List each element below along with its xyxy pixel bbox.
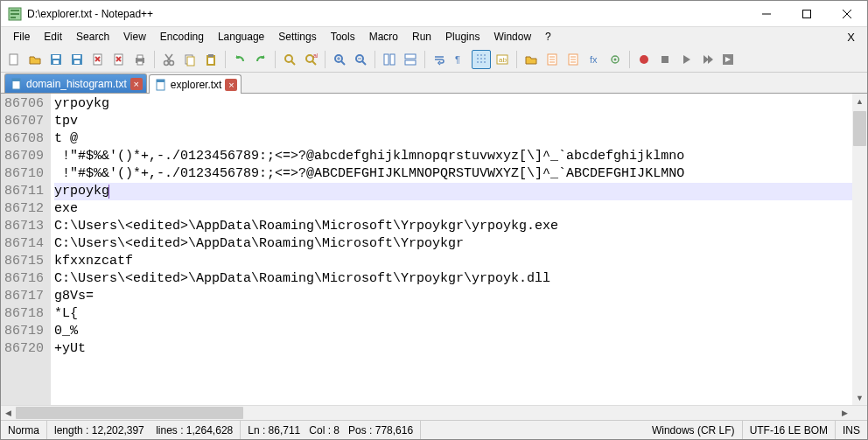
line-number: 86718 — [4, 305, 44, 323]
tab-close-button[interactable]: × — [225, 79, 237, 91]
word-wrap-button[interactable] — [430, 50, 449, 69]
text-caret — [108, 185, 109, 199]
scroll-left-arrow[interactable]: ◀ — [1, 406, 16, 420]
menu-run[interactable]: Run — [405, 29, 438, 45]
close-all-button[interactable] — [109, 50, 129, 69]
close-button[interactable] — [827, 1, 867, 27]
horizontal-scroll-thumb[interactable] — [16, 407, 243, 419]
doc-list-button[interactable] — [564, 50, 583, 69]
line-number: 86708 — [4, 130, 44, 148]
paste-button[interactable] — [201, 50, 220, 69]
svg-text:ab: ab — [313, 52, 318, 59]
toolbar-separator — [374, 51, 375, 68]
editor: 8670686707867088670986710867118671286713… — [1, 94, 867, 420]
svg-rect-29 — [187, 57, 194, 66]
stop-macro-button[interactable] — [655, 50, 675, 69]
replace-button[interactable]: ab — [301, 50, 320, 69]
vertical-scroll-thumb[interactable] — [853, 111, 866, 146]
menu-language[interactable]: Language — [211, 29, 271, 45]
code-area[interactable]: yrpoykgtpvt @ !"#$%&'()*+,-./0123456789:… — [51, 94, 852, 405]
sync-h-button[interactable] — [401, 50, 420, 69]
toolbar: ab¶abfx — [1, 46, 867, 73]
scroll-up-arrow[interactable]: ▲ — [852, 94, 867, 108]
menu-view[interactable]: View — [116, 29, 153, 45]
menu-tools[interactable]: Tools — [324, 29, 362, 45]
svg-rect-11 — [53, 60, 59, 64]
print-button[interactable] — [130, 50, 150, 69]
svg-line-39 — [341, 61, 345, 65]
play-macro-button[interactable] — [676, 50, 696, 69]
code-line: tpv — [54, 113, 852, 130]
menu-plugins[interactable]: Plugins — [438, 29, 486, 45]
menu-close-button[interactable]: X — [840, 29, 862, 45]
tab-close-button[interactable]: × — [130, 78, 143, 90]
minimize-button[interactable] — [746, 1, 787, 27]
show-all-icon: ¶ — [453, 52, 467, 66]
folder-explorer-button[interactable] — [522, 50, 541, 69]
toolbar-separator — [629, 51, 630, 68]
status-doc-stats: length : 12,202,397 lines : 1,264,628 — [47, 421, 241, 439]
find-button[interactable] — [280, 50, 299, 69]
print-icon — [133, 52, 147, 66]
svg-rect-8 — [10, 54, 18, 65]
new-file-button[interactable] — [4, 50, 24, 69]
function-list-button[interactable]: fx — [584, 50, 604, 69]
tab-explorer-txt[interactable]: explorer.txt× — [149, 74, 242, 94]
svg-rect-22 — [137, 55, 143, 59]
line-number: 86710 — [4, 165, 44, 183]
line-number: 86709 — [4, 148, 44, 165]
monitoring-button[interactable] — [606, 50, 625, 69]
status-col-label: Col : — [309, 424, 331, 437]
indent-guide-icon — [474, 52, 488, 66]
menu-search[interactable]: Search — [69, 29, 116, 45]
window-buttons — [746, 1, 867, 27]
sync-v-button[interactable] — [380, 50, 399, 69]
status-length-value: 12,202,397 — [92, 424, 144, 437]
status-pos-label: Pos : — [348, 424, 372, 437]
indent-guide-button[interactable] — [472, 50, 491, 69]
undo-button[interactable] — [230, 50, 249, 69]
doc-map-button[interactable] — [542, 50, 562, 69]
open-file-button[interactable] — [25, 50, 45, 69]
folder-explorer-icon — [524, 52, 538, 66]
show-all-button[interactable]: ¶ — [451, 50, 470, 69]
record-macro-icon — [637, 52, 651, 66]
svg-text:fx: fx — [590, 54, 598, 65]
line-number: 86720 — [4, 340, 44, 358]
code-line: exe — [54, 200, 852, 218]
horizontal-scrollbar[interactable]: ◀ ▶ — [1, 405, 867, 420]
save-button[interactable] — [46, 50, 66, 69]
save-macro-button[interactable] — [718, 50, 738, 69]
user-lang-button[interactable]: ab — [493, 50, 512, 69]
record-macro-button[interactable] — [634, 50, 654, 69]
menu-window[interactable]: Window — [486, 29, 538, 45]
status-cursor: Ln : 86,711 Col : 8 Pos : 778,616 — [241, 421, 421, 439]
menu-settings[interactable]: Settings — [271, 29, 323, 45]
tab-label: domain_histogram.txt — [26, 78, 127, 90]
toolbar-separator — [154, 51, 155, 68]
cut-button[interactable] — [159, 50, 178, 69]
replace-icon: ab — [304, 52, 318, 66]
maximize-button[interactable] — [787, 1, 827, 27]
scroll-down-arrow[interactable]: ▼ — [852, 390, 867, 405]
close-button[interactable] — [88, 50, 108, 69]
zoom-out-button[interactable] — [351, 50, 370, 69]
toolbar-separator — [325, 51, 326, 68]
code-line: kfxxnzcatf — [54, 253, 852, 270]
menu-encoding[interactable]: Encoding — [153, 29, 211, 45]
close-icon — [843, 10, 851, 18]
tab-domain_histogram-txt[interactable]: domain_histogram.txt× — [4, 73, 147, 93]
menu-file[interactable]: File — [6, 29, 37, 45]
play-multi-button[interactable] — [697, 50, 717, 69]
redo-button[interactable] — [251, 50, 270, 69]
zoom-in-button[interactable] — [330, 50, 349, 69]
menu-macro[interactable]: Macro — [362, 29, 405, 45]
vertical-scrollbar[interactable]: ▲ ▼ — [852, 94, 867, 405]
svg-rect-70 — [12, 79, 20, 81]
copy-button[interactable] — [180, 50, 200, 69]
line-number: 86707 — [4, 113, 44, 130]
scroll-right-arrow[interactable]: ▶ — [837, 406, 852, 420]
menu-help[interactable]: ? — [538, 29, 558, 45]
save-all-button[interactable] — [67, 50, 87, 69]
menu-edit[interactable]: Edit — [37, 29, 69, 45]
